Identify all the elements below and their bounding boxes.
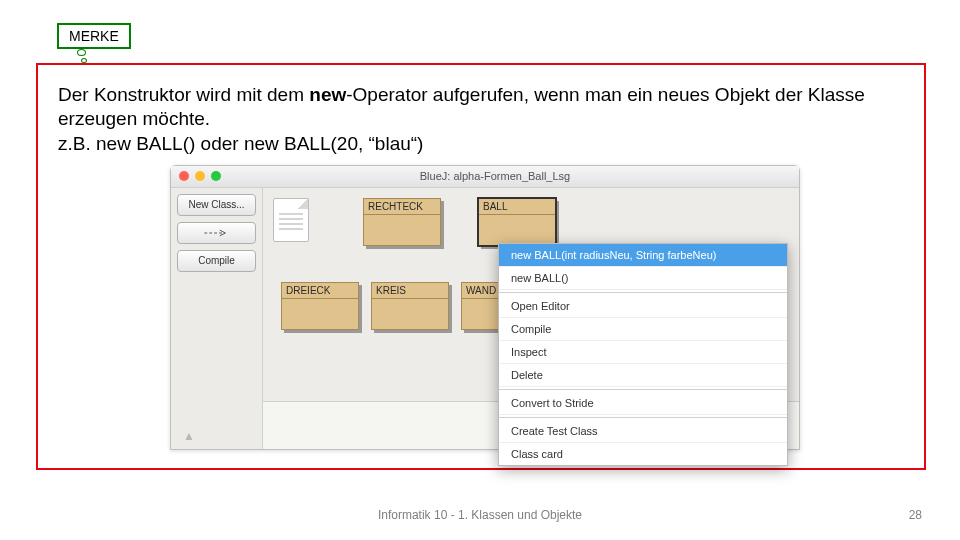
- readme-icon[interactable]: [273, 198, 309, 242]
- example-line: z.B. new BALL() oder new BALL(20, “blau“…: [58, 133, 904, 155]
- footer-text: Informatik 10 - 1. Klassen und Objekte: [0, 508, 960, 522]
- titlebar: BlueJ: alpha-Formen_Ball_Lsg: [171, 166, 799, 188]
- class-diagram-canvas[interactable]: RECHTECK BALL DREIECK KREIS WAND new BAL…: [263, 188, 799, 449]
- page-number: 28: [909, 508, 922, 522]
- class-ball[interactable]: BALL: [478, 198, 556, 246]
- menu-item-new-ball[interactable]: new BALL(): [499, 267, 787, 290]
- explanation-text: Der Konstruktor wird mit dem new-Operato…: [58, 83, 904, 131]
- menu-item-create-test-class[interactable]: Create Test Class: [499, 420, 787, 443]
- class-dreieck[interactable]: DREIECK: [281, 282, 359, 330]
- dependency-arrow-icon: [203, 228, 231, 238]
- minimize-icon[interactable]: [195, 171, 205, 181]
- bluej-window: BlueJ: alpha-Formen_Ball_Lsg New Class..…: [170, 165, 800, 450]
- para-bold: new: [309, 84, 346, 105]
- close-icon[interactable]: [179, 171, 189, 181]
- context-menu: new BALL(int radiusNeu, String farbeNeu)…: [498, 243, 788, 466]
- menu-separator: [499, 417, 787, 418]
- merke-label: MERKE: [57, 23, 131, 49]
- menu-item-class-card[interactable]: Class card: [499, 443, 787, 465]
- class-label: DREIECK: [282, 283, 358, 299]
- example-prefix: z.B.: [58, 133, 96, 154]
- class-rechteck[interactable]: RECHTECK: [363, 198, 441, 246]
- maximize-icon[interactable]: [211, 171, 221, 181]
- window-controls[interactable]: [179, 171, 221, 181]
- example-code-2: new BALL(20, “blau“): [244, 133, 424, 154]
- new-class-button[interactable]: New Class...: [177, 194, 256, 216]
- menu-item-delete[interactable]: Delete: [499, 364, 787, 387]
- class-kreis[interactable]: KREIS: [371, 282, 449, 330]
- class-wand[interactable]: WAND: [461, 282, 501, 330]
- menu-item-inspect[interactable]: Inspect: [499, 341, 787, 364]
- class-label: RECHTECK: [364, 199, 440, 215]
- menu-separator: [499, 292, 787, 293]
- menu-item-compile[interactable]: Compile: [499, 318, 787, 341]
- merke-badge: MERKE: [57, 23, 131, 49]
- window-title: BlueJ: alpha-Formen_Ball_Lsg: [231, 170, 799, 182]
- class-label: WAND: [462, 283, 500, 299]
- class-label: KREIS: [372, 283, 448, 299]
- sidebar: New Class... Compile ▲: [171, 188, 263, 449]
- menu-item-new-ball-params[interactable]: new BALL(int radiusNeu, String farbeNeu): [499, 244, 787, 267]
- bluej-body: New Class... Compile ▲ RECHTECK: [171, 188, 799, 449]
- arrow-button[interactable]: [177, 222, 256, 244]
- class-label: BALL: [479, 199, 555, 215]
- content-frame: Der Konstruktor wird mit dem new-Operato…: [36, 63, 926, 470]
- para-prefix: Der Konstruktor wird mit dem: [58, 84, 309, 105]
- compile-button[interactable]: Compile: [177, 250, 256, 272]
- menu-item-open-editor[interactable]: Open Editor: [499, 295, 787, 318]
- example-code-1: new BALL(): [96, 133, 195, 154]
- menu-separator: [499, 389, 787, 390]
- expand-triangle-icon[interactable]: ▲: [177, 429, 256, 443]
- example-mid: oder: [195, 133, 244, 154]
- menu-item-convert-stride[interactable]: Convert to Stride: [499, 392, 787, 415]
